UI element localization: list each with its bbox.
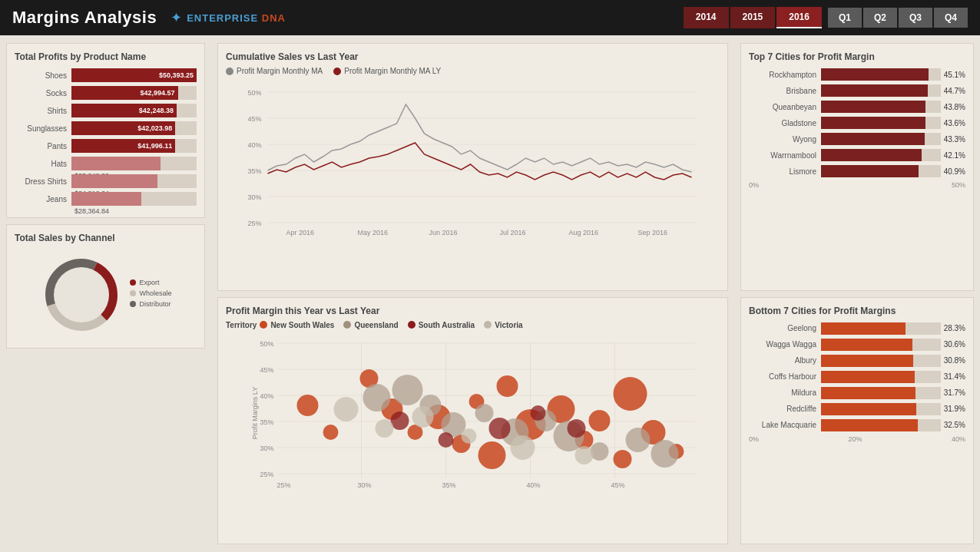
bar-label: Jeans [15,195,67,203]
svg-point-81 [462,428,477,444]
scatter-legend-circle [260,321,267,329]
cumulative-sales-title: Cumulative Sales vs Last Year [226,51,720,62]
bottom-city-item: Redcliffe 31.9% [749,403,965,415]
quarter-tab-Q4[interactable]: Q4 [934,8,968,28]
donut-legend-item: Wholesale [130,289,171,297]
quarter-tab-Q1[interactable]: Q1 [828,8,862,28]
cumulative-sales-panel: Cumulative Sales vs Last Year Profit Mar… [217,43,728,291]
city-label: Queanbeyan [749,103,816,111]
top-city-item: Rockhampton 45.1% [749,68,965,81]
bar-label: Socks [15,89,67,98]
bar-fill: $50,393.25 [71,68,197,82]
year-tabs: 201420152016 [684,7,822,28]
top-city-item: Warrnambool 42.1% [749,149,965,161]
sales-title: Total Sales by Channel [15,233,197,243]
bottom-city-item: Lake Macquarie 32.5% [749,419,965,431]
legend-circle [226,68,233,75]
year-tab-2014[interactable]: 2014 [684,7,729,28]
bottom-city-item: Coffs Harbour 31.4% [749,371,965,383]
city-label: Warrnambool [749,151,816,160]
city-bar-fill [821,371,915,383]
scatter-legend: New South WalesQueenslandSouth Australia… [260,321,522,329]
svg-point-80 [412,406,434,428]
svg-text:Jun 2016: Jun 2016 [429,229,458,236]
top-cities-title: Top 7 Cities for Profit Margin [749,51,965,62]
bar-label: Dress Shirts [15,177,67,186]
bar-item: Sunglasses$42,023.98 [15,121,197,135]
bottom-cities-axis: 0% 20% 40% [749,435,965,443]
profits-panel: Total Profits by Product Name Shoes$50,3… [6,43,205,218]
top-cities-panel: Top 7 Cities for Profit Margin Rockhampt… [740,43,974,291]
scatter-legend-item: New South Wales [260,321,334,329]
city-bar-outer [821,117,941,129]
svg-point-70 [591,442,609,461]
legend-item: Profit Margin Monthly MA [226,67,323,75]
bar-fill: $41,996.11 [71,139,175,153]
legend-label: Distributor [139,300,171,308]
svg-text:40%: 40% [260,392,274,400]
city-value: 31.4% [944,372,965,381]
city-value: 32.5% [944,421,965,429]
bar-fill: $42,248.38 [71,104,177,117]
bar-value: $42,248.38 [139,107,174,114]
city-label: Redcliffe [749,405,816,413]
top-city-item: Gladstone 43.6% [749,117,965,129]
quarter-tabs: Q1Q2Q3Q4 [828,8,968,28]
city-bar-fill [821,117,925,129]
bottom-cities-panel: Bottom 7 Cities for Profit Margins Geelo… [740,297,974,545]
city-label: Coffs Harbour [749,372,816,381]
bar-outer: $35,848.20 [71,157,197,170]
svg-point-58 [297,395,319,416]
line-chart: 50% 45% 40% 35% 30% 25% Apr 2016 May 201… [226,81,720,243]
bar-fill: $42,994.57 [71,86,178,100]
svg-point-66 [475,404,494,422]
bar-value: $42,994.57 [141,89,175,97]
bar-fill [71,192,141,206]
bar-fill [71,174,157,188]
svg-text:May 2016: May 2016 [358,229,389,236]
legend-dot [130,301,136,307]
city-value: 28.3% [944,324,965,332]
bar-outer: $42,994.57 [71,86,197,100]
svg-point-79 [376,419,394,438]
main-content: Total Profits by Product Name Shoes$50,3… [0,35,980,552]
donut-legend-item: Export [130,279,171,286]
city-bar-outer [821,355,941,367]
year-tab-2015[interactable]: 2015 [730,7,776,28]
bar-label: Shirts [15,107,67,115]
bar-outer: $34,816.64 [71,174,197,188]
sales-panel: Total Sales by Channel ExportWholesaleDi… [6,224,205,349]
bottom-cities-title: Bottom 7 Cities for Profit Margins [749,306,965,316]
city-label: Brisbane [749,87,816,95]
bottom-city-item: Albury 30.8% [749,355,965,367]
year-tab-2016[interactable]: 2016 [776,7,822,28]
svg-point-59 [323,425,339,440]
bar-outer: $42,248.38 [71,104,197,117]
svg-point-75 [489,418,511,439]
city-value: 31.7% [944,388,965,397]
svg-text:25%: 25% [260,471,274,478]
quarter-tab-Q3[interactable]: Q3 [899,8,932,28]
legend-dot [130,290,136,296]
city-bar-outer [821,133,941,145]
legend-label: Export [139,279,159,286]
top-city-item: Brisbane 44.7% [749,84,965,97]
scatter-legend-circle [408,321,416,329]
bar-item: Pants$41,996.11 [15,139,197,153]
middle-column: Cumulative Sales vs Last Year Profit Mar… [211,35,734,552]
quarter-tab-Q2[interactable]: Q2 [863,8,897,28]
donut-legend: ExportWholesaleDistributor [130,279,171,311]
legend-dot [130,279,136,286]
bar-value: $41,996.11 [137,142,172,150]
svg-text:25%: 25% [248,220,262,227]
right-column: Top 7 Cities for Profit Margin Rockhampt… [734,35,980,552]
scatter-legend-item: South Australia [408,321,475,329]
city-label: Wagga Wagga [749,340,816,349]
logo-icon: ✦ [171,9,182,26]
top-city-item: Wyong 43.3% [749,133,965,145]
svg-text:Sep 2016: Sep 2016 [638,229,668,236]
svg-text:40%: 40% [248,141,262,149]
scatter-chart: Profit Margins LY 50% 45% 40% 35% 30% 25… [226,332,720,497]
left-column: Total Profits by Product Name Shoes$50,3… [0,35,211,552]
scatter-legend-row: Territory New South WalesQueenslandSouth… [226,321,720,329]
